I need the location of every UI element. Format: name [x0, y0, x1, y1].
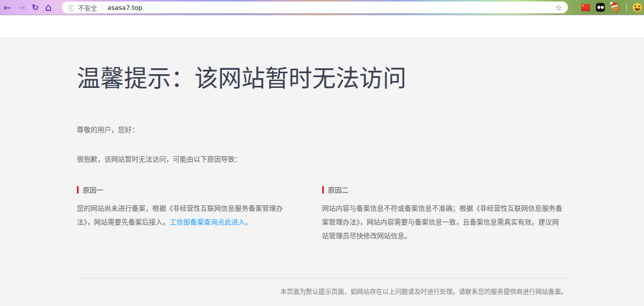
- extensions-area: [581, 0, 642, 15]
- bookmark-star-icon[interactable]: ☆: [555, 3, 562, 12]
- reason-one-title: 原因一: [77, 185, 322, 195]
- reason-one-label: 原因一: [83, 185, 103, 195]
- not-secure-label[interactable]: 不安全: [78, 3, 97, 12]
- dark-box-eyes-icon[interactable]: [596, 3, 605, 12]
- browser-toolbar: ← → ↻ ⌂ ⓘ 不安全 asasa7.top ☆: [0, 0, 644, 15]
- reason-two-label: 原因二: [328, 185, 349, 195]
- content-container: 温馨提示：该网站暂时无法访问 尊敬的用户，您好： 很抱歉，该网站暂时无法访问，可…: [77, 64, 567, 297]
- reason-one-text: 您的网站尚未进行备案，根据《非经营性互联网信息服务备案管理办法》，网站需要先备案…: [77, 201, 292, 229]
- url-text[interactable]: asasa7.top: [107, 4, 142, 11]
- nav-buttons: ← → ↻ ⌂: [3, 0, 52, 15]
- footer-section: 本页面为默认提示页面，如网站存在以上问题请及时进行处理。请联系您的服务提供商进行…: [77, 278, 567, 297]
- forward-button[interactable]: →: [18, 0, 26, 15]
- footer-note: 本页面为默认提示页面，如网站存在以上问题请及时进行处理。请联系您的服务提供商进行…: [77, 287, 567, 297]
- extensions-separator: [626, 3, 627, 11]
- santa-emoji-icon[interactable]: [611, 2, 620, 12]
- page-title: 温馨提示：该网站暂时无法访问: [77, 64, 567, 92]
- miit-record-query-link[interactable]: 工信部备案查询点此进入。: [170, 218, 252, 226]
- reason-two-text: 网站内容与备案信息不符或备案信息不准确；根据《非经营性互联网信息服务备案管理办法…: [322, 201, 566, 243]
- china-flag-icon[interactable]: [581, 4, 590, 11]
- reason-two-title: 原因二: [322, 185, 567, 195]
- reason-two-section: 原因二 网站内容与备案信息不符或备案信息不准确；根据《非经营性互联网信息服务备案…: [322, 185, 567, 243]
- browser-window: ← → ↻ ⌂ ⓘ 不安全 asasa7.top ☆ 温馨提示：该网: [0, 0, 644, 306]
- home-button[interactable]: ⌂: [45, 0, 52, 15]
- reasons-row: 原因一 您的网站尚未进行备案，根据《非经营性互联网信息服务备案管理办法》，网站需…: [77, 185, 567, 243]
- address-bar[interactable]: ⓘ 不安全 asasa7.top ☆: [62, 1, 568, 13]
- reason-marker: [322, 186, 324, 194]
- reason-marker: [77, 186, 78, 194]
- page-header-band: [0, 15, 644, 38]
- page-info-icon[interactable]: ⓘ: [68, 3, 74, 12]
- reason-one-section: 原因一 您的网站尚未进行备案，根据《非经营性互联网信息服务备案管理办法》，网站需…: [77, 185, 322, 243]
- address-separator: [102, 4, 103, 11]
- back-button[interactable]: ←: [3, 0, 11, 15]
- smiley-face-icon[interactable]: [633, 3, 642, 12]
- intro-text: 很抱歉，该网站暂时无法访问，可能由以下原因导致：: [77, 154, 567, 164]
- page-body: 温馨提示：该网站暂时无法访问 尊敬的用户，您好： 很抱歉，该网站暂时无法访问，可…: [0, 38, 644, 306]
- greeting-text: 尊敬的用户，您好：: [77, 125, 567, 135]
- reload-button[interactable]: ↻: [32, 0, 39, 15]
